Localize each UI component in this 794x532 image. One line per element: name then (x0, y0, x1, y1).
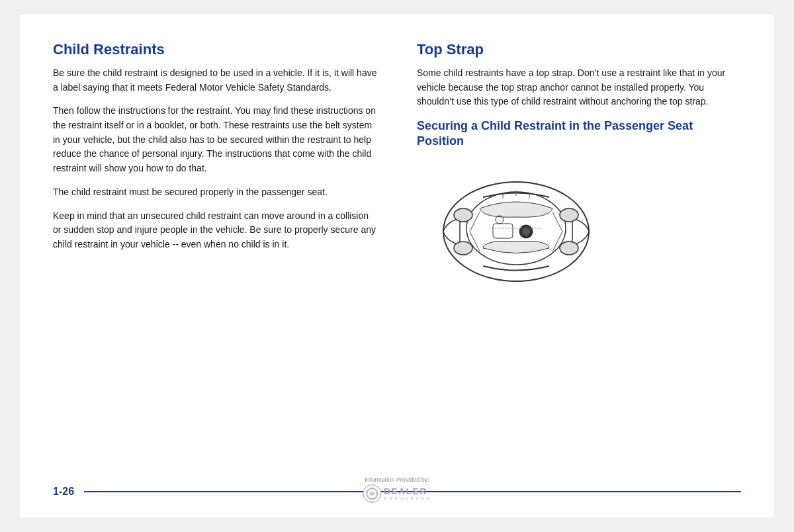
info-provided-text: Information Provided by: (365, 476, 429, 483)
right-title-1: Top Strap (417, 41, 741, 58)
left-paragraph-3: The child restraint must be secured prop… (53, 185, 377, 200)
car-diagram (417, 165, 615, 298)
right-title-2: Securing a Child Restraint in the Passen… (417, 118, 741, 150)
svg-rect-6 (493, 224, 513, 238)
content-area: Child Restraints Be sure the child restr… (53, 41, 741, 479)
left-column: Child Restraints Be sure the child restr… (53, 41, 384, 479)
left-paragraph-4: Keep in mind that an unsecured child res… (53, 209, 377, 252)
right-column: Top Strap Some child restraints have a t… (410, 41, 741, 479)
dealer-sub: RESOURCES (384, 496, 431, 501)
page: Child Restraints Be sure the child restr… (20, 15, 774, 517)
svg-point-8 (522, 228, 530, 236)
svg-point-3 (454, 242, 472, 255)
dealer-logo: DEALER RESOURCES (363, 484, 431, 503)
left-title: Child Restraints (53, 41, 377, 58)
right-paragraph-1: Some child restraints have a top strap. … (417, 66, 741, 109)
left-paragraph-1: Be sure the child restraint is designed … (53, 66, 377, 95)
svg-point-4 (560, 208, 578, 222)
dealer-name-container: DEALER RESOURCES (384, 486, 431, 501)
left-paragraph-2: Then follow the instructions for the res… (53, 104, 377, 175)
footer: 1-26 Information Provided by: DEALER RES… (53, 479, 741, 498)
svg-point-2 (454, 208, 472, 222)
svg-point-5 (560, 242, 578, 255)
dealer-name: DEALER (384, 486, 431, 496)
dealer-emblem-icon (365, 487, 378, 500)
dealer-circle-icon (363, 484, 381, 503)
footer-center: Information Provided by: DEALER RESOURCE… (363, 476, 431, 503)
car-diagram-container (417, 159, 741, 300)
page-number: 1-26 (53, 486, 74, 498)
